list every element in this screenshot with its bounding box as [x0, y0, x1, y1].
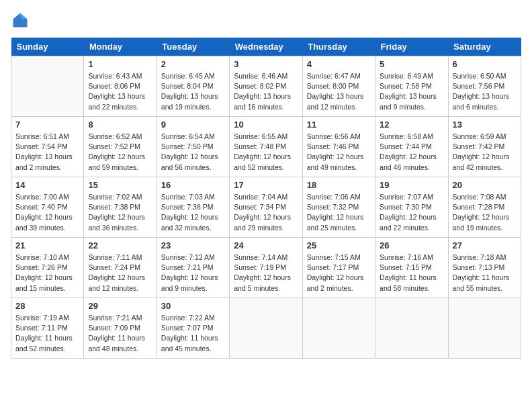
calendar-cell: 7Sunrise: 6:51 AMSunset: 7:54 PMDaylight…	[11, 117, 84, 177]
day-info: Sunrise: 7:07 AMSunset: 7:30 PMDaylight:…	[380, 192, 443, 233]
header-day-wednesday: Wednesday	[230, 38, 302, 56]
day-number: 9	[161, 120, 225, 130]
day-info: Sunrise: 6:55 AMSunset: 7:48 PMDaylight:…	[234, 132, 298, 173]
day-number: 23	[161, 240, 225, 250]
calendar-cell: 13Sunrise: 6:59 AMSunset: 7:42 PMDayligh…	[448, 117, 521, 177]
day-number: 7	[15, 120, 79, 130]
calendar-cell: 4Sunrise: 6:47 AMSunset: 8:00 PMDaylight…	[302, 56, 375, 117]
day-number: 30	[161, 301, 225, 311]
day-info: Sunrise: 7:06 AMSunset: 7:32 PMDaylight:…	[307, 192, 371, 233]
calendar-cell: 25Sunrise: 7:15 AMSunset: 7:17 PMDayligh…	[302, 238, 375, 298]
calendar-cell: 8Sunrise: 6:52 AMSunset: 7:52 PMDaylight…	[84, 117, 157, 177]
day-number: 17	[234, 180, 298, 190]
day-number: 4	[307, 59, 371, 69]
calendar-cell: 2Sunrise: 6:45 AMSunset: 8:04 PMDaylight…	[157, 56, 229, 117]
day-number: 6	[453, 59, 517, 69]
day-number: 16	[161, 180, 225, 190]
header-day-tuesday: Tuesday	[157, 38, 229, 56]
day-info: Sunrise: 6:47 AMSunset: 8:00 PMDaylight:…	[307, 71, 371, 112]
day-number: 5	[380, 59, 443, 69]
day-number: 15	[88, 180, 152, 190]
day-number: 20	[453, 180, 517, 190]
calendar-cell: 5Sunrise: 6:49 AMSunset: 7:58 PMDaylight…	[375, 56, 448, 117]
header	[11, 11, 521, 30]
logo	[11, 11, 32, 30]
day-number: 1	[88, 59, 152, 69]
day-info: Sunrise: 6:54 AMSunset: 7:50 PMDaylight:…	[161, 132, 225, 173]
logo-icon	[11, 11, 30, 30]
day-info: Sunrise: 7:11 AMSunset: 7:24 PMDaylight:…	[88, 253, 152, 293]
header-row: SundayMondayTuesdayWednesdayThursdayFrid…	[11, 38, 521, 56]
day-number: 18	[307, 180, 371, 190]
day-info: Sunrise: 7:12 AMSunset: 7:21 PMDaylight:…	[161, 253, 225, 293]
calendar-cell: 6Sunrise: 6:50 AMSunset: 7:56 PMDaylight…	[448, 56, 521, 117]
day-number: 14	[15, 180, 79, 190]
calendar-cell: 3Sunrise: 6:46 AMSunset: 8:02 PMDaylight…	[230, 56, 302, 117]
calendar-cell	[375, 298, 448, 359]
day-info: Sunrise: 7:19 AMSunset: 7:11 PMDaylight:…	[15, 313, 79, 354]
day-info: Sunrise: 7:03 AMSunset: 7:36 PMDaylight:…	[161, 192, 225, 233]
day-info: Sunrise: 7:18 AMSunset: 7:13 PMDaylight:…	[453, 253, 517, 293]
calendar-cell: 17Sunrise: 7:04 AMSunset: 7:34 PMDayligh…	[230, 177, 302, 238]
day-info: Sunrise: 6:46 AMSunset: 8:02 PMDaylight:…	[234, 71, 298, 112]
week-row-3: 14Sunrise: 7:00 AMSunset: 7:40 PMDayligh…	[11, 177, 521, 238]
day-number: 25	[307, 240, 371, 250]
calendar-cell: 18Sunrise: 7:06 AMSunset: 7:32 PMDayligh…	[302, 177, 375, 238]
day-number: 13	[453, 120, 517, 130]
week-row-1: 1Sunrise: 6:43 AMSunset: 8:06 PMDaylight…	[11, 56, 521, 117]
day-number: 21	[15, 240, 79, 250]
calendar-cell: 11Sunrise: 6:56 AMSunset: 7:46 PMDayligh…	[302, 117, 375, 177]
week-row-4: 21Sunrise: 7:10 AMSunset: 7:26 PMDayligh…	[11, 238, 521, 298]
calendar-cell: 26Sunrise: 7:16 AMSunset: 7:15 PMDayligh…	[375, 238, 448, 298]
calendar-cell: 24Sunrise: 7:14 AMSunset: 7:19 PMDayligh…	[230, 238, 302, 298]
calendar-cell: 15Sunrise: 7:02 AMSunset: 7:38 PMDayligh…	[84, 177, 157, 238]
calendar-cell: 19Sunrise: 7:07 AMSunset: 7:30 PMDayligh…	[375, 177, 448, 238]
day-number: 22	[88, 240, 152, 250]
calendar-cell: 9Sunrise: 6:54 AMSunset: 7:50 PMDaylight…	[157, 117, 229, 177]
header-day-friday: Friday	[375, 38, 448, 56]
calendar-table: SundayMondayTuesdayWednesdayThursdayFrid…	[11, 38, 521, 359]
day-number: 26	[380, 240, 443, 250]
day-info: Sunrise: 7:15 AMSunset: 7:17 PMDaylight:…	[307, 253, 371, 293]
day-info: Sunrise: 7:08 AMSunset: 7:28 PMDaylight:…	[453, 192, 517, 233]
calendar-cell	[302, 298, 375, 359]
calendar-cell: 28Sunrise: 7:19 AMSunset: 7:11 PMDayligh…	[11, 298, 84, 359]
calendar-cell: 21Sunrise: 7:10 AMSunset: 7:26 PMDayligh…	[11, 238, 84, 298]
day-info: Sunrise: 7:21 AMSunset: 7:09 PMDaylight:…	[88, 313, 152, 354]
calendar-cell: 14Sunrise: 7:00 AMSunset: 7:40 PMDayligh…	[11, 177, 84, 238]
calendar-cell	[11, 56, 84, 117]
day-info: Sunrise: 6:51 AMSunset: 7:54 PMDaylight:…	[15, 132, 79, 173]
day-info: Sunrise: 7:10 AMSunset: 7:26 PMDaylight:…	[15, 253, 79, 293]
day-number: 8	[88, 120, 152, 130]
calendar-cell: 12Sunrise: 6:58 AMSunset: 7:44 PMDayligh…	[375, 117, 448, 177]
day-info: Sunrise: 6:49 AMSunset: 7:58 PMDaylight:…	[380, 71, 443, 112]
day-info: Sunrise: 7:16 AMSunset: 7:15 PMDaylight:…	[380, 253, 443, 293]
day-info: Sunrise: 6:45 AMSunset: 8:04 PMDaylight:…	[161, 71, 225, 112]
calendar-cell: 22Sunrise: 7:11 AMSunset: 7:24 PMDayligh…	[84, 238, 157, 298]
day-number: 12	[380, 120, 443, 130]
header-day-saturday: Saturday	[448, 38, 521, 56]
calendar-cell: 30Sunrise: 7:22 AMSunset: 7:07 PMDayligh…	[157, 298, 229, 359]
day-number: 28	[15, 301, 79, 311]
calendar-cell: 29Sunrise: 7:21 AMSunset: 7:09 PMDayligh…	[84, 298, 157, 359]
day-number: 27	[453, 240, 517, 250]
calendar-cell: 10Sunrise: 6:55 AMSunset: 7:48 PMDayligh…	[230, 117, 302, 177]
day-info: Sunrise: 7:14 AMSunset: 7:19 PMDaylight:…	[234, 253, 298, 293]
day-info: Sunrise: 6:56 AMSunset: 7:46 PMDaylight:…	[307, 132, 371, 173]
calendar-cell	[230, 298, 302, 359]
calendar-cell: 20Sunrise: 7:08 AMSunset: 7:28 PMDayligh…	[448, 177, 521, 238]
week-row-5: 28Sunrise: 7:19 AMSunset: 7:11 PMDayligh…	[11, 298, 521, 359]
day-number: 2	[161, 59, 225, 69]
day-number: 24	[234, 240, 298, 250]
day-number: 19	[380, 180, 443, 190]
day-info: Sunrise: 7:00 AMSunset: 7:40 PMDaylight:…	[15, 192, 79, 233]
day-number: 10	[234, 120, 298, 130]
day-info: Sunrise: 6:52 AMSunset: 7:52 PMDaylight:…	[88, 132, 152, 173]
day-info: Sunrise: 7:22 AMSunset: 7:07 PMDaylight:…	[161, 313, 225, 354]
header-day-thursday: Thursday	[302, 38, 375, 56]
day-number: 3	[234, 59, 298, 69]
calendar-cell	[448, 298, 521, 359]
day-info: Sunrise: 6:59 AMSunset: 7:42 PMDaylight:…	[453, 132, 517, 173]
calendar-cell: 16Sunrise: 7:03 AMSunset: 7:36 PMDayligh…	[157, 177, 229, 238]
day-info: Sunrise: 7:04 AMSunset: 7:34 PMDaylight:…	[234, 192, 298, 233]
